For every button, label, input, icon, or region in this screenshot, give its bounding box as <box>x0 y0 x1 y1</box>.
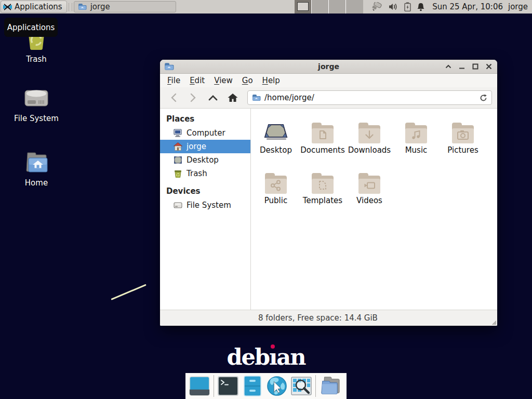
file-manager-icon[interactable] <box>242 375 263 397</box>
workspace-4[interactable] <box>346 0 363 14</box>
sidebar-item-trash[interactable]: Trash <box>160 167 250 180</box>
up-button[interactable] <box>205 90 221 105</box>
menubar: File Edit View Go Help <box>160 74 497 87</box>
filesystem-drive-icon <box>23 86 49 110</box>
forward-button[interactable] <box>185 90 202 105</box>
forward-icon <box>190 93 196 102</box>
file-label: Music <box>405 145 428 155</box>
panel-right-cluster: Sun 25 Apr, 10:06 jorge <box>295 0 532 14</box>
terminal-icon[interactable] <box>218 375 238 397</box>
dock-separator <box>315 375 316 397</box>
home-button[interactable] <box>224 90 241 105</box>
desktop-icon-home[interactable]: Home <box>7 152 65 188</box>
up-icon <box>208 95 218 101</box>
file-manager-window: jorge File Edit View Go Help <box>160 60 497 326</box>
statusbar: 8 folders, Free space: 14.4 GiB <box>160 310 497 326</box>
applications-menu-label: Applications <box>15 2 62 11</box>
file-label: Downloads <box>348 145 391 155</box>
battery-icon[interactable] <box>404 2 411 11</box>
back-button[interactable] <box>165 90 182 105</box>
debian-logo: debıan <box>0 344 532 370</box>
sidebar-item-jorge[interactable]: jorge <box>160 140 250 153</box>
sidebar-item-label: File System <box>187 201 231 210</box>
clock[interactable]: Sun 25 Apr, 10:06 <box>432 2 503 11</box>
back-icon <box>170 93 177 102</box>
desktop-icon-label: Home <box>25 178 48 188</box>
maximize-icon[interactable] <box>472 63 478 70</box>
devices-header: Devices <box>160 184 250 198</box>
sidebar: Places Computer jorge <box>160 109 251 310</box>
pictures-folder-icon <box>450 121 475 143</box>
file-item-music[interactable]: Music <box>393 117 440 168</box>
system-tray <box>371 2 425 11</box>
file-label: Videos <box>356 196 382 205</box>
folder-icon <box>252 94 261 101</box>
app-finder-icon[interactable] <box>291 375 312 397</box>
volume-icon[interactable] <box>389 3 398 11</box>
user-home-icon <box>174 142 182 151</box>
reload-icon[interactable] <box>480 94 487 102</box>
desktop-icon <box>174 156 182 164</box>
show-desktop-icon[interactable] <box>189 375 210 397</box>
sidebar-item-desktop[interactable]: Desktop <box>160 153 250 167</box>
home-icon <box>227 92 238 103</box>
window-controls <box>445 63 493 70</box>
taskbar-window-button[interactable]: jorge <box>74 1 176 12</box>
file-item-documents[interactable]: Documents <box>299 117 346 168</box>
templates-folder-icon <box>310 171 335 194</box>
workspace-window-thumb <box>297 2 309 11</box>
downloads-folder-icon <box>357 121 382 143</box>
notifications-icon[interactable] <box>417 3 425 11</box>
workspace-1[interactable] <box>295 0 312 14</box>
file-label: Pictures <box>447 145 478 155</box>
file-grid: Desktop Documents <box>251 109 497 310</box>
computer-icon <box>174 129 182 137</box>
file-item-desktop[interactable]: Desktop <box>252 117 299 168</box>
status-text: 8 folders, Free space: 14.4 GiB <box>258 313 378 323</box>
sidebar-item-label: Computer <box>187 128 225 138</box>
desktop-icon-filesystem[interactable]: File System <box>7 86 65 123</box>
session-user-label[interactable]: jorge <box>508 2 528 11</box>
menu-go[interactable]: Go <box>242 76 253 85</box>
file-item-videos[interactable]: Videos <box>346 168 393 218</box>
close-icon[interactable] <box>485 63 492 70</box>
workspace-3[interactable] <box>329 0 346 14</box>
path-text[interactable]: /home/jorge/ <box>264 93 476 102</box>
top-panel: Applications jorge <box>0 0 532 14</box>
places-header: Places <box>160 112 250 126</box>
menu-help[interactable]: Help <box>262 76 280 85</box>
file-item-downloads[interactable]: Downloads <box>346 117 393 168</box>
minimize-icon[interactable] <box>458 63 465 70</box>
location-bar[interactable]: /home/jorge/ <box>247 90 492 105</box>
applications-menu-button[interactable]: Applications <box>1 1 67 13</box>
window-body: Places Computer jorge <box>160 109 497 310</box>
dock-separator <box>214 375 214 397</box>
workspace-pager <box>295 0 363 14</box>
menu-view[interactable]: View <box>214 76 233 85</box>
file-item-public[interactable]: Public <box>252 168 299 218</box>
menu-file[interactable]: File <box>167 76 180 85</box>
window-titlebar[interactable]: jorge <box>160 60 497 74</box>
folder-icon[interactable] <box>320 375 340 397</box>
folder-icon <box>78 3 87 10</box>
sidebar-item-label: jorge <box>187 142 206 151</box>
web-browser-icon[interactable] <box>267 375 287 397</box>
window-folder-icon <box>164 62 174 71</box>
workspace-2[interactable] <box>312 0 329 14</box>
file-label: Templates <box>303 196 342 205</box>
sidebar-item-computer[interactable]: Computer <box>160 126 250 140</box>
applications-tooltip: Applications <box>4 18 58 37</box>
documents-folder-icon <box>310 121 335 143</box>
menu-edit[interactable]: Edit <box>190 76 205 85</box>
stylus-icon[interactable] <box>371 2 383 11</box>
sidebar-item-filesystem[interactable]: File System <box>160 198 250 212</box>
file-item-templates[interactable]: Templates <box>299 168 346 218</box>
window-title: jorge <box>207 62 450 71</box>
public-folder-icon <box>263 171 288 194</box>
file-item-pictures[interactable]: Pictures <box>440 117 486 168</box>
resize-grip[interactable] <box>492 321 496 325</box>
trash-icon <box>174 169 182 178</box>
cursor-trail-line <box>111 284 146 300</box>
sidebar-item-label: Trash <box>187 169 207 178</box>
panel-handle[interactable] <box>69 3 72 11</box>
